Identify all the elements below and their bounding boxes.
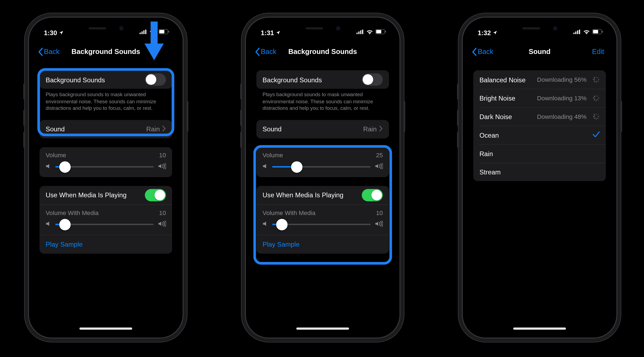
- home-indicator[interactable]: [513, 328, 566, 330]
- svg-rect-13: [385, 31, 386, 33]
- sound-option-label: Ocean: [479, 131, 593, 138]
- svg-rect-17: [579, 29, 580, 34]
- svg-rect-20: [602, 31, 603, 33]
- background-sounds-toggle[interactable]: [362, 73, 383, 86]
- wifi-icon: [149, 29, 156, 34]
- sound-option-row[interactable]: Dark NoiseDownloading 48%: [473, 107, 606, 126]
- svg-rect-43: [593, 116, 594, 117]
- edit-button[interactable]: Edit: [592, 42, 604, 62]
- svg-rect-32: [597, 99, 599, 101]
- svg-rect-44: [594, 114, 595, 116]
- volume-label: Volume: [263, 152, 283, 159]
- background-sounds-label: Background Sounds: [46, 76, 145, 83]
- volume-with-media-slider[interactable]: [272, 224, 370, 225]
- svg-rect-25: [596, 81, 596, 83]
- battery-icon: [592, 29, 603, 34]
- sound-label: Sound: [46, 125, 146, 133]
- use-when-media-row[interactable]: Use When Media Is Playing: [39, 186, 172, 204]
- play-sample-row[interactable]: Play Sample: [256, 235, 389, 253]
- phone-a: 1:30 Back Backg: [29, 18, 183, 338]
- sound-option-row[interactable]: Balanced NoiseDownloading 56%: [473, 70, 606, 89]
- sound-option-status: Downloading 13%: [537, 95, 587, 102]
- volume-low-icon: [263, 220, 268, 228]
- volume-with-media-value: 10: [376, 209, 383, 216]
- spinner-icon: [593, 113, 600, 120]
- volume-with-media-label: Volume With Media: [46, 209, 99, 216]
- svg-rect-0: [140, 32, 141, 34]
- sound-value: Rain: [363, 125, 377, 133]
- sound-option-row[interactable]: Stream: [473, 163, 606, 181]
- volume-value: 10: [159, 152, 166, 159]
- svg-rect-26: [594, 80, 595, 82]
- sound-option-row[interactable]: Rain: [473, 144, 606, 163]
- svg-rect-6: [168, 31, 169, 33]
- svg-rect-28: [594, 77, 595, 79]
- notch: [290, 23, 356, 34]
- sound-label: Sound: [263, 125, 363, 133]
- play-sample-row[interactable]: Play Sample: [39, 235, 172, 253]
- svg-rect-42: [594, 117, 595, 119]
- use-when-media-label: Use When Media Is Playing: [263, 191, 362, 199]
- play-sample-label: Play Sample: [263, 240, 300, 248]
- back-button[interactable]: Back: [255, 42, 277, 62]
- chevron-left-icon: [38, 47, 43, 56]
- use-when-media-label: Use When Media Is Playing: [46, 191, 145, 199]
- volume-with-media-slider[interactable]: [55, 224, 154, 225]
- home-indicator[interactable]: [79, 328, 132, 330]
- volume-high-icon: [158, 220, 166, 228]
- volume-low-icon: [46, 220, 51, 228]
- use-when-media-toggle[interactable]: [362, 189, 383, 201]
- volume-with-media-block: Volume With Media 10: [39, 204, 172, 234]
- sound-option-row[interactable]: Ocean: [473, 126, 606, 144]
- svg-rect-35: [593, 98, 594, 98]
- status-time: 1:30: [44, 29, 57, 36]
- sound-option-label: Bright Noise: [479, 94, 537, 102]
- volume-high-icon: [375, 220, 383, 228]
- volume-slider[interactable]: [272, 166, 370, 168]
- location-icon: [493, 30, 498, 35]
- sound-option-status: Downloading 56%: [537, 76, 587, 83]
- use-when-media-toggle[interactable]: [145, 189, 166, 201]
- svg-rect-15: [575, 31, 576, 34]
- play-sample-label: Play Sample: [46, 240, 83, 248]
- sound-option-label: Stream: [479, 168, 600, 176]
- back-button[interactable]: Back: [471, 42, 493, 62]
- svg-rect-31: [598, 98, 599, 98]
- svg-rect-7: [357, 32, 358, 34]
- back-button[interactable]: Back: [38, 42, 60, 62]
- sound-option-row[interactable]: Bright NoiseDownloading 13%: [473, 89, 606, 107]
- svg-rect-2: [143, 30, 145, 34]
- svg-rect-22: [597, 77, 599, 79]
- svg-rect-38: [597, 114, 599, 116]
- spinner-icon: [593, 95, 600, 102]
- chevron-right-icon: [162, 125, 166, 133]
- background-sounds-footer: Plays background sounds to mask unwanted…: [256, 89, 389, 112]
- svg-rect-36: [594, 95, 595, 97]
- background-sounds-toggle[interactable]: [145, 73, 166, 86]
- volume-block: Volume 10: [39, 147, 172, 177]
- sound-option-label: Dark Noise: [479, 113, 537, 120]
- sound-row[interactable]: Sound Rain: [256, 120, 389, 138]
- use-when-media-row[interactable]: Use When Media Is Playing: [256, 186, 389, 204]
- volume-with-media-block: Volume With Media 10: [256, 204, 389, 234]
- sound-option-status: Downloading 48%: [537, 113, 587, 120]
- page-title: Background Sounds: [288, 48, 357, 56]
- volume-slider[interactable]: [55, 166, 154, 168]
- status-time: 1:31: [261, 29, 274, 36]
- background-sounds-toggle-row[interactable]: Background Sounds: [256, 70, 389, 89]
- volume-with-media-value: 10: [159, 209, 166, 216]
- svg-rect-23: [598, 79, 599, 80]
- svg-rect-41: [596, 118, 596, 120]
- cellular-icon: [574, 29, 581, 34]
- svg-rect-40: [597, 117, 599, 119]
- sounds-list: Balanced NoiseDownloading 56%Bright Nois…: [473, 70, 606, 181]
- wifi-icon: [583, 29, 590, 34]
- home-indicator[interactable]: [296, 328, 349, 330]
- svg-rect-14: [574, 32, 575, 34]
- background-sounds-toggle-row[interactable]: Background Sounds: [39, 70, 172, 89]
- page-title: Sound: [529, 48, 550, 56]
- svg-rect-37: [596, 113, 596, 115]
- sound-row[interactable]: Sound Rain: [39, 120, 172, 138]
- svg-rect-39: [598, 116, 599, 117]
- spinner-icon: [593, 76, 600, 83]
